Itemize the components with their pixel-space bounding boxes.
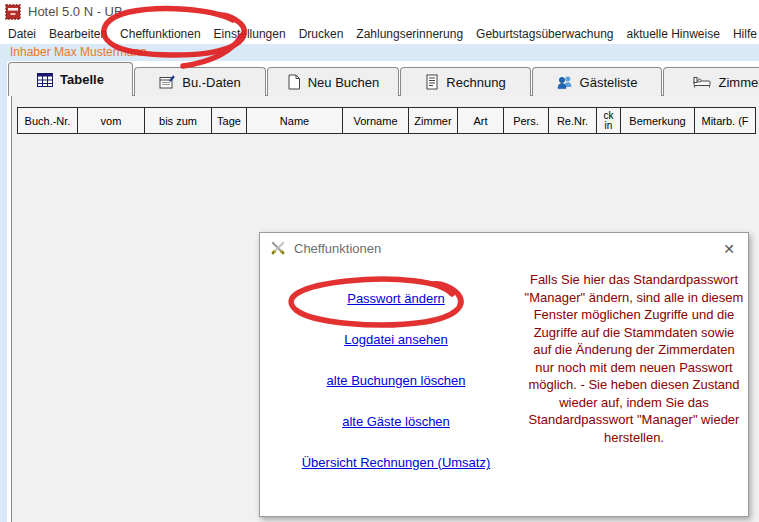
- menu-zahlungserinnerung[interactable]: Zahlungserinnerung: [356, 27, 463, 41]
- tab-bu-daten[interactable]: Bu.-Daten: [134, 67, 266, 96]
- left-margin-strip: [0, 61, 7, 522]
- col-tage[interactable]: Tage: [211, 107, 247, 134]
- app-logo-icon: [5, 4, 21, 20]
- link-alte-gaeste-loeschen[interactable]: alte Gäste löschen: [342, 414, 450, 429]
- tab-label: Bu.-Daten: [182, 75, 241, 90]
- dialog-titlebar: Cheffunktionen: [260, 233, 748, 263]
- link-uebersicht-rechnungen[interactable]: Übersicht Rechnungen (Umsatz): [302, 455, 491, 470]
- menu-geburtstagsueberwachung[interactable]: Geburtstagsüberwachung: [476, 27, 613, 41]
- crossed-swords-icon: [270, 240, 286, 256]
- lined-page-icon: [425, 74, 439, 90]
- col-art[interactable]: Art: [457, 107, 504, 134]
- col-zimmer[interactable]: Zimmer: [408, 107, 458, 134]
- blank-page-icon: [287, 74, 301, 90]
- tab-label: Rechnung: [446, 75, 505, 90]
- window-titlebar: Hotel 5.0 N - UB: [0, 0, 759, 23]
- link-logdatei-ansehen[interactable]: Logdatei ansehen: [344, 332, 447, 347]
- col-buch-nr[interactable]: Buch.-Nr.: [17, 107, 78, 134]
- tab-tabelle[interactable]: Tabelle: [8, 62, 133, 96]
- tab-label: Gästeliste: [580, 75, 638, 90]
- dialog-close-button[interactable]: ✕: [720, 240, 738, 258]
- col-vom[interactable]: vom: [77, 107, 145, 134]
- bed-icon: [693, 75, 711, 89]
- tab-zimmer[interactable]: Zimmer: [663, 67, 759, 96]
- menu-bar: Datei Bearbeiten Cheffunktionen Einstell…: [0, 23, 759, 44]
- dialog-links: Passwort ändern Logdatei ansehen alte Bu…: [260, 289, 532, 494]
- owner-info-bar: Inhaber Max Mustermann: [0, 44, 759, 61]
- form-pen-icon: [159, 74, 175, 90]
- owner-name: Inhaber Max Mustermann: [10, 45, 147, 59]
- menu-cheffunktionen[interactable]: Cheffunktionen: [120, 27, 201, 41]
- tab-label: Tabelle: [60, 72, 104, 87]
- link-passwort-aendern[interactable]: Passwort ändern: [347, 291, 445, 306]
- tab-gaesteliste[interactable]: Gästeliste: [532, 67, 662, 96]
- tab-bar: Tabelle Bu.-Daten Neu Buchen: [8, 61, 759, 96]
- tab-label: Zimmer: [718, 75, 759, 90]
- people-icon: [557, 75, 573, 90]
- dialog-title: Cheffunktionen: [294, 241, 381, 256]
- tab-label: Neu Buchen: [308, 75, 380, 90]
- booking-table-header: Buch.-Nr. vom bis zum Tage Name Vorname …: [17, 107, 756, 134]
- col-ck-in[interactable]: ck in: [596, 107, 621, 134]
- menu-bearbeiten[interactable]: Bearbeiten: [49, 27, 107, 41]
- menu-hilfe[interactable]: Hilfe: [733, 27, 757, 41]
- window-title: Hotel 5.0 N - UB: [28, 4, 123, 19]
- table-grid-icon: [37, 73, 53, 87]
- tab-neu-buchen[interactable]: Neu Buchen: [267, 67, 399, 96]
- menu-datei[interactable]: Datei: [8, 27, 36, 41]
- col-bemerkung[interactable]: Bemerkung: [620, 107, 695, 134]
- col-vorname[interactable]: Vorname: [342, 107, 409, 134]
- col-re-nr[interactable]: Re.Nr.: [548, 107, 597, 134]
- cheffunktionen-dialog: Cheffunktionen ✕ Passwort ändern Logdate…: [259, 232, 749, 517]
- col-bis-zum[interactable]: bis zum: [144, 107, 212, 134]
- col-mitarb[interactable]: Mitarb. (F: [694, 107, 756, 134]
- password-warning-note: Falls Sie hier das Standardpasswort "Man…: [524, 271, 744, 446]
- menu-aktuelle-hinweise[interactable]: aktuelle Hinweise: [627, 27, 720, 41]
- menu-einstellungen[interactable]: Einstellungen: [214, 27, 286, 41]
- col-pers[interactable]: Pers.: [503, 107, 549, 134]
- tab-rechnung[interactable]: Rechnung: [400, 67, 531, 96]
- col-name[interactable]: Name: [246, 107, 343, 134]
- link-alte-buchungen-loeschen[interactable]: alte Buchungen löschen: [327, 373, 466, 388]
- menu-drucken[interactable]: Drucken: [299, 27, 344, 41]
